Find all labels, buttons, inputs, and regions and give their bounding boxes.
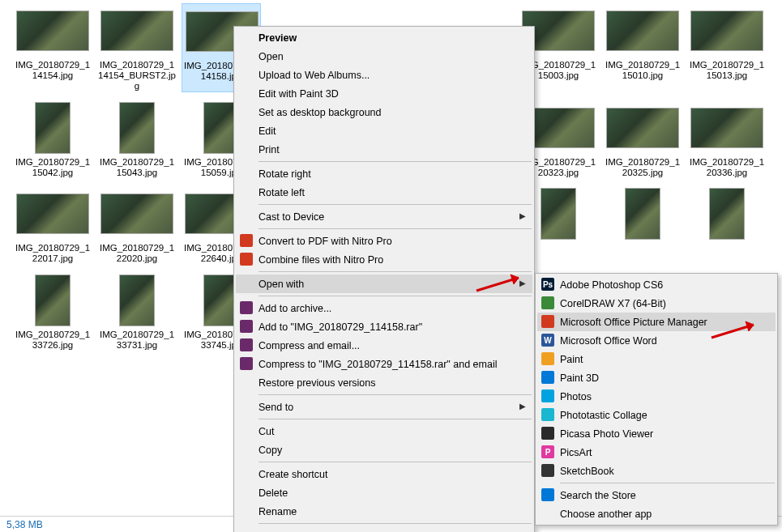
context-menu-item[interactable]: Combine files with Nitro Pro <box>236 250 532 269</box>
openwith-menu-item[interactable]: Phototastic Collage <box>537 406 776 424</box>
thumbnail-item[interactable]: IMG_20180729_133731.jpg <box>97 273 177 351</box>
thumbnail-image <box>13 3 92 58</box>
context-menu-item[interactable]: Edit with Paint 3D <box>236 84 532 103</box>
thumbnail-item[interactable] <box>603 186 682 264</box>
thumbnail-item[interactable]: IMG_20180729_115010.jpg <box>603 3 682 92</box>
context-menu-item[interactable]: Compress and email... <box>236 336 532 355</box>
openwith-menu-item[interactable]: Choose another app <box>537 504 776 523</box>
context-menu-label: Open <box>259 51 284 62</box>
thumbnail-image <box>97 100 177 155</box>
thumbnail-item[interactable]: IMG_20180729_114154_BURST2.jpg <box>97 3 177 92</box>
context-menu-item[interactable]: Create shortcut <box>236 465 532 483</box>
thumbnail-item[interactable]: IMG_20180729_115042.jpg <box>13 100 92 178</box>
openwith-submenu: PsAdobe Photoshop CS6CorelDRAW X7 (64-Bi… <box>535 273 778 526</box>
context-menu-label: Edit with Paint 3D <box>259 88 339 100</box>
context-menu-label: Compress to "IMG_20180729_114158.rar" an… <box>259 359 497 370</box>
thumbnail-label: IMG_20180729_133726.jpg <box>13 330 92 351</box>
context-menu-label: Cast to Device <box>259 211 324 223</box>
openwith-menu-label: Paint 3D <box>560 372 599 384</box>
context-menu-item[interactable]: Edit <box>236 121 532 140</box>
thumbnail-image <box>13 273 92 328</box>
context-menu-item[interactable]: Rotate right <box>236 164 532 183</box>
thumbnail-item[interactable]: IMG_20180729_120325.jpg <box>603 100 682 178</box>
context-menu-label: Add to "IMG_20180729_114158.rar" <box>259 321 422 333</box>
context-menu-item[interactable]: Cut <box>236 422 532 440</box>
thumbnail-label: IMG_20180729_120325.jpg <box>603 157 682 178</box>
thumbnail-image <box>603 100 682 155</box>
context-menu-item[interactable]: Set as desktop background <box>236 103 532 121</box>
openwith-menu-item[interactable]: Picasa Photo Viewer <box>537 424 776 443</box>
thumbnail-item[interactable]: IMG_20180729_114154.jpg <box>13 3 92 92</box>
context-menu-item[interactable]: Delete <box>236 483 532 502</box>
context-menu-label: Send to <box>259 402 293 413</box>
openwith-menu-item[interactable]: Search the Store <box>537 486 776 504</box>
photos-icon <box>541 389 555 403</box>
context-menu-item[interactable]: Rename <box>236 502 532 521</box>
context-menu-item[interactable]: Properties <box>236 526 532 532</box>
svg-marker-1 <box>511 275 519 284</box>
context-menu-item[interactable]: Send to▶ <box>236 398 532 416</box>
ps-icon: Ps <box>541 277 555 292</box>
openwith-menu-label: Choose another app <box>560 509 652 520</box>
openwith-menu-label: Paint <box>560 354 583 365</box>
context-menu-label: Open with <box>259 279 304 290</box>
thumbnail-image <box>13 100 92 155</box>
context-menu-item[interactable]: Open <box>236 47 532 66</box>
picsart-icon: P <box>541 445 555 459</box>
context-menu-item[interactable]: Restore previous versions <box>236 373 532 392</box>
chevron-right-icon: ▶ <box>519 211 526 220</box>
context-menu-label: Cut <box>259 426 274 437</box>
context-menu-label: Restore previous versions <box>259 377 376 389</box>
openwith-menu-item[interactable]: SketchBook <box>537 462 776 480</box>
pc-icon <box>541 407 555 422</box>
openwith-menu-item[interactable]: PPicsArt <box>537 443 776 462</box>
thumbnail-item[interactable]: IMG_20180729_122017.jpg <box>13 186 92 264</box>
context-menu-item[interactable]: Compress to "IMG_20180729_114158.rar" an… <box>236 355 532 373</box>
context-menu-item[interactable]: Copy <box>236 440 532 459</box>
thumbnail-image <box>97 186 177 241</box>
context-menu-separator <box>259 271 532 272</box>
svg-marker-3 <box>746 321 754 331</box>
thumbnail-item[interactable] <box>687 186 767 264</box>
context-menu-item[interactable]: Print <box>236 140 532 159</box>
thumbnail-item[interactable]: IMG_20180729_120336.jpg <box>687 100 767 178</box>
context-menu-item[interactable]: Convert to PDF with Nitro Pro <box>236 232 532 250</box>
context-menu-item[interactable]: Add to archive... <box>236 299 532 317</box>
nitro-icon <box>239 233 254 248</box>
context-menu-item[interactable]: Add to "IMG_20180729_114158.rar" <box>236 317 532 336</box>
context-menu-separator <box>259 394 532 395</box>
context-menu-item[interactable]: Cast to Device▶ <box>236 207 532 226</box>
context-menu-item[interactable]: Rotate left <box>236 183 532 202</box>
context-menu-item[interactable]: Preview <box>236 28 532 47</box>
thumbnail-item[interactable]: IMG_20180729_122020.jpg <box>97 186 177 264</box>
openwith-menu-item[interactable]: Paint <box>537 350 776 368</box>
openwith-menu-label: SketchBook <box>560 466 614 477</box>
context-menu-label: Edit <box>259 126 276 137</box>
thumbnail-label: IMG_20180729_115013.jpg <box>687 60 767 81</box>
thumbnail-label: IMG_20180729_114154.jpg <box>13 60 92 81</box>
context-menu-separator <box>259 228 532 229</box>
thumbnail-item[interactable]: IMG_20180729_133726.jpg <box>13 273 92 351</box>
rar-icon <box>239 300 254 315</box>
openwith-menu-item[interactable]: Photos <box>537 387 776 406</box>
openwith-menu-label: Picasa Photo Viewer <box>560 428 653 440</box>
openwith-menu-item[interactable]: PsAdobe Photoshop CS6 <box>537 275 776 294</box>
thumbnail-label: IMG_20180729_122020.jpg <box>97 243 177 264</box>
paint-icon <box>541 351 555 366</box>
thumbnail-label: IMG_20180729_115042.jpg <box>13 157 92 178</box>
openwith-menu-label: Adobe Photoshop CS6 <box>560 279 663 291</box>
thumbnail-item[interactable]: IMG_20180729_115043.jpg <box>97 100 177 178</box>
openwith-menu-item[interactable]: CorelDRAW X7 (64-Bit) <box>537 294 776 313</box>
context-menu-item[interactable]: Upload to Web Albums... <box>236 66 532 84</box>
openwith-menu-label: CorelDRAW X7 (64-Bit) <box>560 298 666 309</box>
context-menu-label: Combine files with Nitro Pro <box>259 254 383 266</box>
rar-icon <box>239 319 254 334</box>
thumbnail-label: IMG_20180729_133731.jpg <box>97 330 177 351</box>
thumbnail-item[interactable]: IMG_20180729_115013.jpg <box>687 3 767 92</box>
openwith-menu-label: Microsoft Office Picture Manager <box>560 317 707 328</box>
annotation-arrow-1 <box>468 273 533 296</box>
openwith-menu-item[interactable]: Paint 3D <box>537 368 776 387</box>
context-menu-separator <box>259 296 532 296</box>
context-menu-separator <box>259 462 532 462</box>
p3d-icon <box>541 370 555 385</box>
